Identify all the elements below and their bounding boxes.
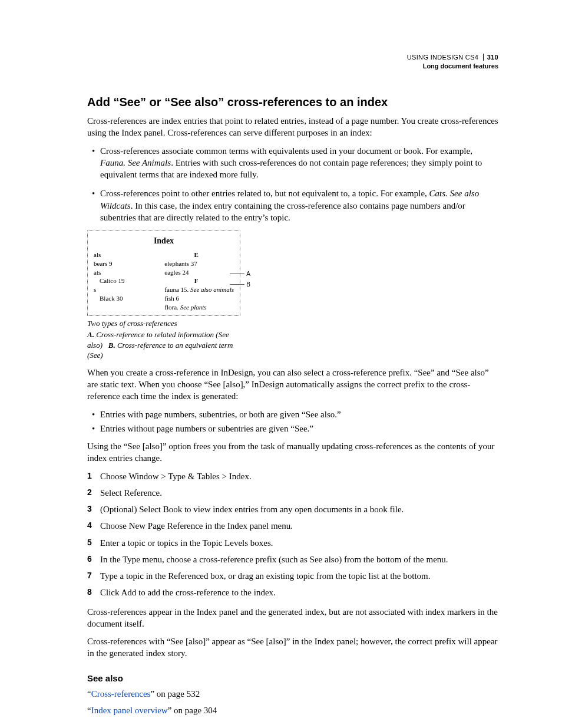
step-item: Type a topic in the Referenced box, or d… (87, 570, 498, 582)
index-illustration: Index als bears 9 ats Calico 19 s Black … (87, 230, 240, 316)
running-header: USING INDESIGN CS4 310 Long document fea… (407, 53, 498, 71)
quote-open: “ (87, 706, 91, 715)
index-entry: als (94, 251, 141, 259)
body-text: Cross-references point to other entries … (100, 189, 429, 198)
body-paragraph: Cross-references appear in the Index pan… (87, 606, 498, 630)
list-item: Entries with page numbers, subentries, o… (87, 409, 498, 420)
index-entry: flora. See plants (158, 303, 234, 312)
product-name: USING INDESIGN CS4 (407, 54, 478, 61)
leader-line-b (230, 284, 244, 285)
leader-line-a (230, 274, 244, 274)
see-also-link-line: “Cross-references” on page 532 (87, 688, 498, 700)
index-entry: elephants 37 (158, 259, 234, 268)
bullet-list-1: Cross-references associate common terms … (87, 145, 498, 224)
caption-key-a-label: A. (87, 330, 94, 339)
figure-label-a: A (246, 270, 250, 278)
index-subentry: Calico 19 (94, 276, 141, 285)
see-also-link-line: “Index panel overview” on page 304 (87, 704, 498, 716)
index-letter: E (158, 251, 234, 259)
link-suffix: ” on page 532 (150, 689, 200, 699)
italic-text: Fauna. See Animals (100, 158, 171, 167)
steps-list: Choose Window > Type & Tables > Index. S… (87, 470, 498, 599)
step-item: Choose Window > Type & Tables > Index. (87, 470, 498, 482)
running-header-line1: USING INDESIGN CS4 310 (407, 53, 498, 62)
figure-caption-keys: A. Cross-reference to related informatio… (87, 330, 240, 361)
document-page: USING INDESIGN CS4 310 Long document fea… (0, 0, 562, 728)
index-col-right: E elephants 37 eagles 24 F fauna 15. See… (158, 251, 234, 312)
list-item: Cross-references associate common terms … (87, 145, 498, 181)
figure: Index als bears 9 ats Calico 19 s Black … (87, 230, 240, 361)
section-title: Add “See” or “See also” cross-references… (87, 94, 498, 110)
index-title: Index (94, 236, 234, 247)
index-columns: als bears 9 ats Calico 19 s Black 30 E e… (94, 251, 234, 312)
caption-key-b-label: B. (108, 341, 115, 350)
step-item: Enter a topic or topics in the Topic Lev… (87, 537, 498, 549)
index-entry: eagles 24 (158, 268, 234, 277)
list-item: Cross-references point to other entries … (87, 187, 498, 223)
step-item: Click Add to add the cross-reference to … (87, 587, 498, 598)
index-entry: bears 9 (94, 259, 141, 268)
bullet-list-2: Entries with page numbers, subentries, o… (87, 409, 498, 435)
index-entry: s (94, 285, 141, 294)
step-item: (Optional) Select Book to view index ent… (87, 503, 498, 515)
quote-open: “ (87, 689, 91, 699)
index-subentry: Black 30 (94, 294, 141, 303)
index-entry: fish 6 (158, 294, 234, 303)
index-col-left: als bears 9 ats Calico 19 s Black 30 (94, 251, 141, 312)
index-letter: F (158, 276, 234, 285)
figure-caption: Two types of cross-references (87, 318, 240, 329)
page-number: 310 (483, 54, 498, 61)
list-item: Entries without page numbers or subentri… (87, 423, 498, 434)
figure-label-b: B (246, 281, 250, 289)
body-paragraph: Cross-references with “See [also]” appea… (87, 635, 498, 660)
content-area: Add “See” or “See also” cross-references… (87, 94, 498, 728)
index-panel-overview-link[interactable]: Index panel overview (91, 706, 168, 715)
step-item: In the Type menu, choose a cross-referen… (87, 554, 498, 565)
body-text: . In this case, the index entry containi… (100, 201, 465, 222)
index-entry: fauna 15. See also animals (158, 285, 234, 294)
cross-references-link[interactable]: Cross-references (91, 689, 151, 699)
body-paragraph: When you create a cross-reference in InD… (87, 367, 498, 403)
body-paragraph: Using the “See [also]” option frees you … (87, 440, 498, 465)
step-item: Choose New Page Reference in the Index p… (87, 520, 498, 532)
body-text: Cross-references associate common terms … (100, 146, 472, 156)
link-suffix: ” on page 304 (168, 706, 217, 715)
step-item: Select Reference. (87, 487, 498, 499)
index-entry: ats (94, 268, 141, 277)
see-also-heading: See also (87, 673, 498, 684)
intro-paragraph: Cross-references are index entries that … (87, 115, 498, 139)
chapter-name: Long document features (407, 62, 498, 71)
